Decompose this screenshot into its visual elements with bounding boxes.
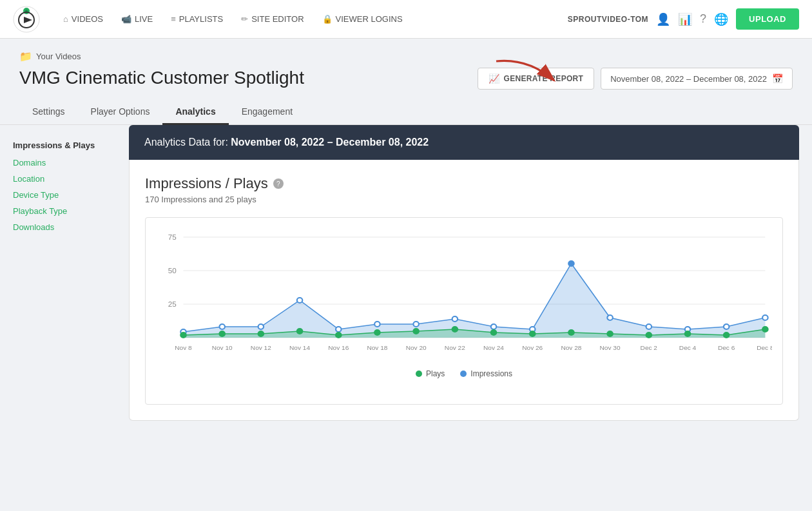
header-right: SPROUTVIDEO-TOM 👤 📊 ? 🌐 UPLOAD <box>568 8 799 30</box>
help-icon[interactable]: ? <box>700 12 706 26</box>
impressions-plays-section: Impressions / Plays ? 170 Impressions an… <box>129 160 799 421</box>
svg-point-32 <box>180 333 186 338</box>
svg-point-40 <box>491 330 496 335</box>
chart-subtitle: 170 Impressions and 25 plays <box>145 195 783 204</box>
lock-icon: 🔒 <box>322 14 333 24</box>
svg-text:Nov 8: Nov 8 <box>175 344 192 351</box>
tab-settings[interactable]: Settings <box>19 100 78 125</box>
upload-button[interactable]: UPLOAD <box>736 8 799 30</box>
analytics-icon[interactable]: 📊 <box>678 12 692 26</box>
svg-point-45 <box>685 331 690 336</box>
logo[interactable] <box>13 6 40 33</box>
edit-icon: ✏ <box>241 14 248 24</box>
svg-point-16 <box>219 324 224 329</box>
svg-point-26 <box>607 315 612 320</box>
main-nav: ⌂VIDEOS 📹LIVE ≡PLAYLISTS ✏SITE EDITOR 🔒V… <box>55 9 568 29</box>
svg-point-29 <box>724 324 729 329</box>
svg-text:Nov 28: Nov 28 <box>561 344 582 351</box>
header: ⌂VIDEOS 📹LIVE ≡PLAYLISTS ✏SITE EDITOR 🔒V… <box>0 0 812 39</box>
playlist-icon: ≡ <box>171 14 176 24</box>
legend-impressions: Impressions <box>460 369 512 378</box>
svg-point-30 <box>762 315 768 320</box>
svg-point-18 <box>297 298 302 303</box>
tab-analytics[interactable]: Analytics <box>162 100 228 125</box>
svg-point-21 <box>413 322 418 327</box>
svg-point-20 <box>374 322 380 327</box>
tab-engagement[interactable]: Engagement <box>229 100 305 125</box>
camera-icon: 📹 <box>121 14 131 24</box>
svg-text:Nov 30: Nov 30 <box>600 344 621 351</box>
svg-point-25 <box>568 261 574 266</box>
svg-text:Nov 26: Nov 26 <box>522 344 543 351</box>
svg-point-37 <box>374 330 380 335</box>
date-range-button[interactable]: November 08, 2022 – December 08, 2022 📅 <box>601 68 793 90</box>
svg-point-46 <box>724 333 729 338</box>
svg-point-47 <box>762 327 768 332</box>
nav-videos[interactable]: ⌂VIDEOS <box>55 9 111 29</box>
sidebar-link-device-type[interactable]: Device Type <box>13 190 116 200</box>
nav-playlists[interactable]: ≡PLAYLISTS <box>163 9 231 29</box>
analytics-data-header: Analytics Data for: November 08, 2022 – … <box>129 125 799 160</box>
svg-point-19 <box>336 327 341 332</box>
title-actions: 📈 GENERATE REPORT November 08, 2022 – De… <box>478 68 793 90</box>
nav-viewer-logins[interactable]: 🔒VIEWER LOGINS <box>314 9 411 29</box>
svg-text:Dec 2: Dec 2 <box>641 344 657 351</box>
sidebar: Impressions & Plays Domains Location Dev… <box>0 125 129 511</box>
nav-site-editor[interactable]: ✏SITE EDITOR <box>233 9 311 29</box>
svg-text:75: 75 <box>168 233 177 241</box>
page-title: VMG Cinematic Customer Spotlight <box>19 68 304 88</box>
sidebar-link-downloads[interactable]: Downloads <box>13 222 116 232</box>
sidebar-section-title: Impressions & Plays <box>13 140 116 150</box>
svg-text:Nov 24: Nov 24 <box>483 344 505 351</box>
svg-point-41 <box>530 331 535 336</box>
breadcrumb: 📁 Your Videos <box>19 50 793 63</box>
analytics-header-text: Analytics Data for: November 08, 2022 – … <box>144 137 429 148</box>
legend-impressions-label: Impressions <box>470 369 512 378</box>
home-icon: ⌂ <box>63 14 68 24</box>
impressions-chart: 75 50 25 <box>156 231 772 360</box>
svg-text:25: 25 <box>168 300 177 308</box>
breadcrumb-area: 📁 Your Videos <box>0 39 812 63</box>
svg-text:Dec 6: Dec 6 <box>718 344 735 351</box>
svg-text:Nov 10: Nov 10 <box>212 344 233 351</box>
chart-container: 75 50 25 <box>145 217 783 405</box>
plays-dot <box>416 371 422 377</box>
folder-icon: 📁 <box>19 50 32 63</box>
arrow-hint <box>490 55 567 95</box>
svg-point-44 <box>646 333 652 338</box>
sidebar-link-domains[interactable]: Domains <box>13 158 116 168</box>
svg-point-36 <box>336 333 341 338</box>
globe-icon[interactable]: 🌐 <box>714 12 728 26</box>
breadcrumb-label: Your Videos <box>36 52 81 61</box>
svg-point-33 <box>219 331 224 336</box>
sidebar-link-playback-type[interactable]: Playback Type <box>13 206 116 216</box>
svg-text:Nov 14: Nov 14 <box>289 344 311 351</box>
svg-text:Nov 16: Nov 16 <box>328 344 349 351</box>
svg-text:Nov 18: Nov 18 <box>367 344 388 351</box>
calendar-icon: 📅 <box>772 73 783 84</box>
nav-live[interactable]: 📹LIVE <box>113 9 160 29</box>
info-icon[interactable]: ? <box>273 178 284 189</box>
user-label: SPROUTVIDEO-TOM <box>568 15 648 24</box>
svg-point-35 <box>297 329 302 334</box>
legend-plays-label: Plays <box>426 369 445 378</box>
chart-legend: Plays Impressions <box>156 369 772 378</box>
svg-point-23 <box>491 324 496 329</box>
svg-point-17 <box>258 324 264 329</box>
svg-point-34 <box>258 331 264 336</box>
page-title-area: VMG Cinematic Customer Spotlight 📈 GENER… <box>0 63 812 90</box>
svg-point-38 <box>413 329 418 334</box>
chart-title: Impressions / Plays ? <box>145 175 783 192</box>
svg-text:Nov 20: Nov 20 <box>406 344 427 351</box>
svg-text:50: 50 <box>168 267 177 275</box>
user-icon[interactable]: 👤 <box>656 12 670 26</box>
impressions-dot <box>460 371 467 377</box>
svg-point-39 <box>452 327 458 332</box>
svg-text:Nov 12: Nov 12 <box>251 344 271 351</box>
sidebar-link-location[interactable]: Location <box>13 174 116 184</box>
svg-text:Nov 22: Nov 22 <box>445 344 465 351</box>
svg-point-22 <box>452 316 458 322</box>
svg-point-43 <box>607 331 612 336</box>
tab-player-options[interactable]: Player Options <box>78 100 163 125</box>
legend-plays: Plays <box>416 369 445 378</box>
